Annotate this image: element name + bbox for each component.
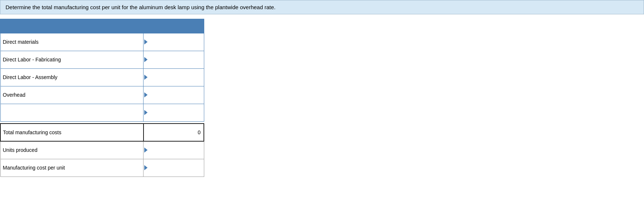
direct-materials-label: Direct materials bbox=[0, 33, 144, 51]
blank-input[interactable] bbox=[144, 104, 204, 121]
blank-label bbox=[0, 104, 144, 121]
overhead-label: Overhead bbox=[0, 86, 144, 104]
col-header-label bbox=[0, 19, 144, 33]
arrow-icon bbox=[144, 92, 148, 97]
instruction-bar: Determine the total manufacturing cost p… bbox=[0, 0, 644, 14]
table-row bbox=[0, 104, 204, 121]
arrow-icon bbox=[144, 75, 148, 80]
direct-labor-fabricating-input[interactable] bbox=[144, 51, 204, 68]
total-value: 0 bbox=[144, 124, 204, 141]
arrow-icon bbox=[144, 165, 148, 170]
table-row: Units produced bbox=[0, 141, 204, 159]
units-produced-label: Units produced bbox=[0, 141, 144, 159]
arrow-icon bbox=[144, 57, 148, 62]
arrow-icon bbox=[144, 147, 148, 153]
table-row: Direct materials bbox=[0, 33, 204, 51]
direct-materials-input[interactable] bbox=[144, 33, 204, 51]
arrow-icon bbox=[144, 39, 148, 44]
cost-per-unit-label: Manufacturing cost per unit bbox=[0, 159, 144, 177]
instruction-text: Determine the total manufacturing cost p… bbox=[6, 4, 276, 10]
table-row: Manufacturing cost per unit bbox=[0, 159, 204, 177]
cost-per-unit-input[interactable] bbox=[144, 159, 204, 177]
direct-labor-fabricating-label: Direct Labor - Fabricating bbox=[0, 51, 144, 68]
total-row: Total manufacturing costs 0 bbox=[0, 124, 204, 141]
table-row: Overhead bbox=[0, 86, 204, 104]
units-produced-input[interactable] bbox=[144, 141, 204, 159]
cost-table: Direct materials Direct Labor - Fabricat… bbox=[0, 19, 204, 177]
table-row: Direct Labor - Assembly bbox=[0, 68, 204, 86]
direct-labor-assembly-input[interactable] bbox=[144, 68, 204, 86]
total-label: Total manufacturing costs bbox=[0, 124, 144, 141]
overhead-input[interactable] bbox=[144, 86, 204, 104]
col-header-value bbox=[144, 19, 204, 33]
direct-labor-assembly-label: Direct Labor - Assembly bbox=[0, 68, 144, 86]
table-wrapper: Direct materials Direct Labor - Fabricat… bbox=[0, 17, 644, 177]
arrow-icon bbox=[144, 110, 148, 115]
table-row: Direct Labor - Fabricating bbox=[0, 51, 204, 68]
